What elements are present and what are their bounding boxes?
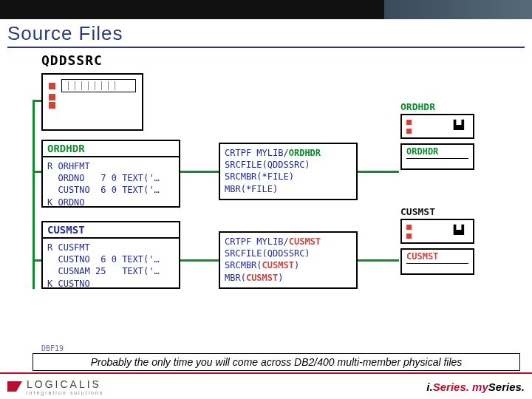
brand-name: LOGICALIS (27, 378, 103, 390)
output-member-label: ORDHDR (406, 146, 468, 159)
cmd-line: MBR(CUSMST) (225, 273, 284, 283)
member-header: CUSMST (43, 222, 179, 239)
hierarchy-icon: ▙▟ (451, 225, 467, 239)
footer-logo: LOGICALIS integration solutions (7, 378, 103, 395)
output-member-box: CUSMST (400, 248, 474, 275)
output-member-label: CUSMST (406, 251, 468, 264)
diagram-stage: QDDSSRC ORDHDR R ORHFMT ORDNO 7 0 TEXT('… (0, 48, 532, 358)
connector (33, 100, 41, 102)
cmd-line: SRCFILE(QDDSSRC) (225, 248, 310, 259)
title-band: Source Files (0, 19, 532, 48)
footer: LOGICALIS integration solutions i.Series… (0, 372, 532, 399)
member-header: ORDHDR (43, 141, 179, 157)
output-object-box: ▙▟ (400, 219, 474, 244)
connector (180, 171, 219, 173)
selector-row (49, 79, 136, 92)
member-line: ORDNO 7 0 TEXT('… (47, 173, 160, 183)
member-line: CUSTNO 6 0 TEXT('… (47, 185, 160, 195)
output-ordhdr: ORDHDR ▙▟ ORDHDR (399, 100, 483, 176)
bullet-icon (49, 102, 55, 109)
connector (33, 259, 41, 262)
selector-row (49, 102, 136, 109)
member-line: R ORHFMT (47, 161, 90, 171)
member-line: CUSTNO 6 0 TEXT('… (47, 254, 160, 265)
top-bar (0, 0, 532, 19)
bullet-icon (49, 83, 55, 89)
member-line: CUSNAM 25 TEXT('… (47, 266, 160, 276)
connector (358, 259, 399, 262)
member-body: R ORHFMT ORDNO 7 0 TEXT('… CUSTNO 6 0 TE… (43, 157, 179, 213)
slide-caption: Probably the only time you will come acr… (33, 353, 520, 371)
output-object-box: ▙▟ (400, 114, 474, 139)
output-title: ORDHDR (400, 101, 482, 112)
connector (33, 171, 41, 173)
selector-input (61, 79, 136, 92)
cmd-line: CRTPF MYLIB/ORDHDR (225, 148, 321, 158)
connector (180, 259, 219, 262)
logo-mark-icon (7, 381, 22, 392)
member-body: R CUSFMT CUSTNO 6 0 TEXT('… CUSNAM 25 TE… (43, 239, 179, 294)
bullet-icon (49, 94, 55, 100)
member-cusmst: CUSMST R CUSFMT CUSTNO 6 0 TEXT('… CUSNA… (41, 221, 180, 289)
output-title: CUSMST (400, 206, 482, 217)
cmd-line: CRTPF MYLIB/CUSMST (225, 236, 321, 247)
member-line: K CUSTNO (47, 279, 90, 289)
connector (358, 171, 399, 173)
command-cusmst: CRTPF MYLIB/CUSMST SRCFILE(QDDSSRC) SRCM… (219, 231, 358, 289)
command-ordhdr: CRTPF MYLIB/ORDHDR SRCFILE(QDDSSRC) SRCM… (219, 143, 358, 200)
member-line: R CUSFMT (47, 242, 90, 253)
logo-text: LOGICALIS integration solutions (27, 378, 103, 395)
slide-code: DBF19 (41, 344, 64, 352)
hierarchy-icon: ▙▟ (451, 120, 467, 134)
cmd-line: SRCMBR(CUSMST) (225, 260, 299, 270)
object-name: CUSMST (289, 236, 321, 247)
output-member-box: ORDHDR (400, 143, 474, 170)
selector-row (49, 94, 136, 100)
source-file-label: QDDSSRC (41, 52, 103, 68)
skyline-decor (384, 0, 532, 19)
member-ordhdr: ORDHDR R ORHFMT ORDNO 7 0 TEXT('… CUSTNO… (41, 140, 180, 208)
cmd-line: MBR(*FILE) (225, 184, 278, 194)
brand-tagline: integration solutions (27, 390, 103, 395)
cmd-line: SRCFILE(QDDSSRC) (225, 160, 310, 170)
footer-right: i.Series. mySeries. (426, 381, 525, 393)
output-cusmst: CUSMST ▙▟ CUSMST (399, 205, 483, 281)
object-name: ORDHDR (289, 148, 321, 158)
slide-title: Source Files (7, 22, 525, 45)
member-selector-box (41, 73, 143, 131)
cmd-line: SRCMBR(*FILE) (225, 171, 294, 182)
member-line: K ORDNO (47, 197, 85, 208)
